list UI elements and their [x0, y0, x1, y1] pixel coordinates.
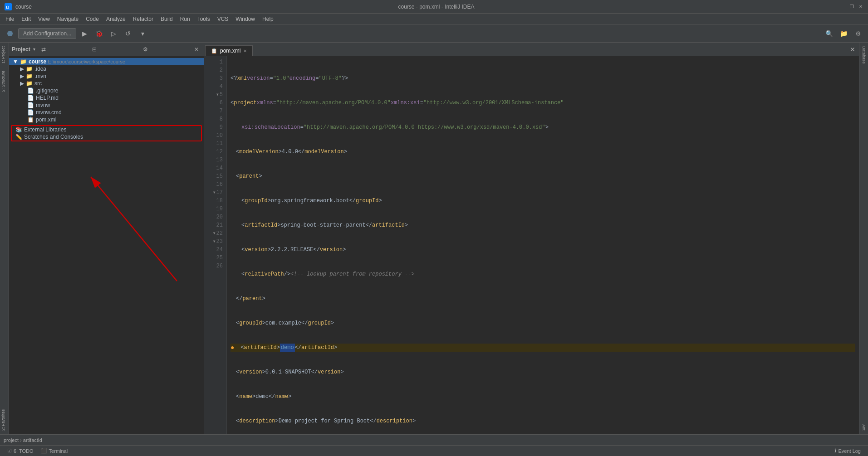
menu-analyze[interactable]: Analyze: [103, 15, 129, 23]
structure-tab[interactable]: 2: Structure: [0, 67, 9, 96]
menu-help[interactable]: Help: [259, 15, 277, 23]
event-log-label: Event Log: [838, 448, 861, 454]
xml-tab-icon: 📋: [211, 48, 217, 54]
code-content[interactable]: <?xml version="1.0" encoding="UTF-8"?> <…: [227, 56, 859, 434]
toolbar-icon-left[interactable]: [4, 27, 16, 40]
tree-item-external-libraries[interactable]: 📚 External Libraries: [12, 126, 201, 133]
menu-edit[interactable]: Edit: [18, 15, 34, 23]
close-editor-button[interactable]: ✕: [846, 43, 859, 56]
tree-item-idea[interactable]: ▶ 📁 .idea: [9, 65, 204, 73]
todo-label: 6: TODO: [14, 448, 34, 454]
project-panel-header: Project ▾ ⇄ ⊟ ⚙ ✕: [9, 43, 204, 56]
titlebar: IJ course course - pom.xml - IntelliJ ID…: [0, 0, 868, 14]
chevron-down-icon[interactable]: ▾: [33, 47, 35, 52]
ant-panel-tab[interactable]: Ant: [861, 421, 867, 434]
tree-item-course-root[interactable]: ▼ 📁 course E:\imooc\course\workspace\cou…: [9, 58, 204, 65]
tree-label: .gitignore: [36, 87, 58, 94]
code-line-10: </parent>: [230, 295, 855, 303]
settings-button[interactable]: ⚙: [852, 27, 864, 40]
tab-label: pom.xml: [220, 48, 240, 54]
menu-view[interactable]: View: [34, 15, 54, 23]
menu-tools[interactable]: Tools: [194, 15, 214, 23]
code-editor: 1 2 3 4 ▼5 6 7 8 9 10 11 12 13 14 15 16: [204, 56, 859, 434]
tree-item-scratches[interactable]: ✏️ Scratches and Consoles: [12, 133, 201, 141]
app-logo: IJ: [4, 2, 13, 11]
line-num-13: 13: [204, 156, 226, 164]
folder-icon: 📁: [26, 66, 33, 72]
event-log-button[interactable]: ℹ Event Log: [831, 447, 864, 455]
tree-item-helpmd[interactable]: 📄 HELP.md: [9, 94, 204, 102]
menu-vcs[interactable]: VCS: [214, 15, 232, 23]
file-icon: 📄: [27, 87, 34, 94]
database-panel-tab[interactable]: Database: [861, 43, 867, 68]
tree-item-mvnw[interactable]: 📄 mvnw: [9, 102, 204, 109]
line-num-3: 3: [204, 74, 226, 82]
menu-navigate[interactable]: Navigate: [54, 15, 82, 23]
add-configuration-button[interactable]: Add Configuration...: [18, 28, 76, 39]
tree-item-mvn[interactable]: ▶ 📁 .mvn: [9, 73, 204, 80]
menu-file[interactable]: File: [2, 15, 18, 23]
menubar: File Edit View Navigate Code Analyze Ref…: [0, 14, 868, 24]
status-bar: project › artifactId: [0, 434, 868, 445]
file-tree: ▼ 📁 course E:\imooc\course\workspace\cou…: [9, 56, 204, 434]
line-num-12: 12: [204, 148, 226, 156]
menu-window[interactable]: Window: [232, 15, 259, 23]
run-button[interactable]: ▶: [78, 27, 91, 40]
project-tab[interactable]: 1: Project: [0, 43, 9, 67]
menu-run[interactable]: Run: [177, 15, 194, 23]
toolbar-more[interactable]: ▾: [136, 27, 149, 40]
project-structure-button[interactable]: 📁: [837, 27, 850, 40]
line-num-1: 1: [204, 58, 226, 66]
hide-panel-button[interactable]: ✕: [192, 45, 201, 54]
line-num-24: 24: [204, 246, 226, 254]
terminal-button[interactable]: ⬛ Terminal: [37, 447, 72, 455]
menu-build[interactable]: Build: [157, 15, 177, 23]
highlight-annotation-box: 📚 External Libraries ✏️ Scratches and Co…: [11, 125, 202, 141]
line-num-18: 18: [204, 197, 226, 205]
coverage-button[interactable]: ▷: [107, 27, 120, 40]
tab-close-button[interactable]: ✕: [243, 49, 247, 53]
sync-scroll-button[interactable]: ⇄: [39, 45, 48, 54]
tree-item-pomxml[interactable]: 📋 pom.xml: [9, 116, 204, 123]
line-num-4: 4: [204, 82, 226, 91]
main-layout: 1: Project 2: Structure 2: Favorites Pro…: [0, 43, 868, 434]
tree-item-src[interactable]: ▶ 📁 src: [9, 80, 204, 87]
profile-button[interactable]: ↺: [122, 27, 134, 40]
line-num-17: ▼17: [204, 189, 226, 197]
tree-item-gitignore[interactable]: 📄 .gitignore: [9, 87, 204, 94]
debug-button[interactable]: 🐞: [93, 27, 105, 40]
tree-item-label: course E:\imooc\course\workspace\course: [29, 58, 125, 65]
menu-refactor[interactable]: Refactor: [129, 15, 157, 23]
code-line-3: xsi:schemaLocation="http://maven.apache.…: [230, 123, 855, 131]
line-num-11: 11: [204, 140, 226, 148]
library-icon: 📚: [15, 126, 22, 133]
maximize-button[interactable]: ❐: [848, 3, 855, 10]
project-panel: Project ▾ ⇄ ⊟ ⚙ ✕ ▼ 📁 course E:\imooc\co…: [9, 43, 204, 434]
folder-src-icon: 📁: [26, 80, 33, 87]
minimize-button[interactable]: —: [839, 3, 846, 10]
code-line-12: ●<artifactId>demo</artifactId>: [230, 344, 855, 352]
folder-icon: 📁: [20, 58, 27, 65]
line-num-25: 25: [204, 254, 226, 262]
code-line-4: <modelVersion>4.0.0</modelVersion>: [230, 148, 855, 156]
search-everywhere-button[interactable]: 🔍: [823, 27, 835, 40]
title-text: course - pom.xml - IntelliJ IDEA: [34, 4, 839, 10]
line-num-9: 9: [204, 123, 226, 131]
line-num-16: 16: [204, 180, 226, 189]
settings-icon-small[interactable]: ⚙: [141, 45, 150, 54]
window-controls: — ❐ ✕: [839, 3, 864, 10]
close-button[interactable]: ✕: [857, 3, 864, 10]
svg-point-2: [7, 31, 13, 36]
code-line-5: <parent>: [230, 172, 855, 180]
bottom-bar: ☑ 6: TODO ⬛ Terminal ℹ Event Log: [0, 445, 868, 456]
code-line-6: <groupId>org.springframework.boot</group…: [230, 197, 855, 205]
right-sidebar: Database Ant: [859, 43, 868, 434]
collapse-all-button[interactable]: ⊟: [90, 45, 99, 54]
todo-button[interactable]: ☑ 6: TODO: [4, 447, 37, 455]
tree-item-mvnwcmd[interactable]: 📄 mvnw.cmd: [9, 109, 204, 116]
event-log-icon: ℹ: [834, 448, 836, 454]
favorites-tab[interactable]: 2: Favorites: [0, 406, 9, 434]
menu-code[interactable]: Code: [82, 15, 103, 23]
tab-pomxml[interactable]: 📋 pom.xml ✕: [205, 45, 253, 56]
collapse-icon: ▶: [20, 73, 24, 79]
